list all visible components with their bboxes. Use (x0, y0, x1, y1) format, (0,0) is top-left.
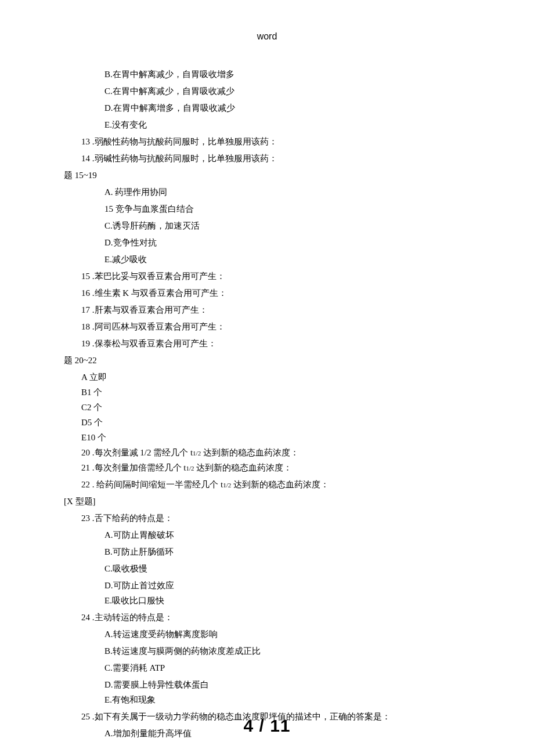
text-line: C.诱导肝药酶，加速灭活 (64, 219, 470, 233)
text-line: 15 竞争与血浆蛋白结合 (64, 202, 470, 216)
text-line: D5 个 (64, 415, 470, 429)
text-line: 18 .阿司匹林与双香豆素合用可产生： (64, 320, 470, 334)
text-line: 17 .肝素与双香豆素合用可产生： (64, 303, 470, 317)
text-line: B.转运速度与膜两侧的药物浓度差成正比 (64, 644, 470, 658)
text-line: B1 个 (64, 385, 470, 399)
page-header: word (64, 29, 470, 44)
page-number: 4 / 11 (0, 716, 534, 736)
text-line: 24 .主动转运的特点是： (64, 610, 470, 624)
text-line: C.需要消耗 ATP (64, 661, 470, 675)
document-body: B.在胃中解离减少，自胃吸收增多C.在胃中解离减少，自胃吸收减少D.在胃中解离增… (64, 67, 470, 740)
text-line: A.转运速度受药物解离度影响 (64, 627, 470, 641)
text-line: [X 型题] (64, 494, 470, 508)
text-line: C.在胃中解离减少，自胃吸收减少 (64, 84, 470, 98)
text-line: A.可防止胃酸破坏 (64, 528, 470, 542)
text-line: E.有饱和现象 (64, 693, 470, 707)
text-line: 13 .弱酸性药物与抗酸药同服时，比单独服用该药： (64, 135, 470, 149)
text-line: 题 20~22 (64, 353, 470, 367)
text-line: B.在胃中解离减少，自胃吸收增多 (64, 67, 470, 81)
text-line: 题 15~19 (64, 168, 470, 182)
text-line: 20 .每次剂量减 1/2 需经几个 t1/2 达到新的稳态血药浓度： (64, 446, 470, 460)
text-line: 15 .苯巴比妥与双香豆素合用可产生： (64, 269, 470, 283)
text-line: 21 .每次剂量加倍需经几个 t1/2 达到新的稳态血药浓度： (64, 461, 470, 475)
text-line: E.减少吸收 (64, 252, 470, 266)
text-line: E10 个 (64, 431, 470, 444)
text-line: A. 药理作用协同 (64, 185, 470, 199)
text-line: 16 .维生素 K 与双香豆素合用可产生： (64, 286, 470, 300)
text-line: 23 .舌下给药的特点是： (64, 511, 470, 525)
text-line: 14 .弱碱性药物与抗酸药同服时，比单独服用该药： (64, 151, 470, 165)
text-line: C2 个 (64, 400, 470, 414)
text-line: B.可防止肝肠循环 (64, 545, 470, 559)
text-line: 22 . 给药间隔时间缩短一半需经几个 t1/2 达到新的稳态血药浓度： (64, 478, 470, 491)
text-line: D.在胃中解离增多，自胃吸收减少 (64, 101, 470, 115)
text-line: 19 .保泰松与双香豆素合用可产生： (64, 337, 470, 350)
text-line: A 立即 (64, 370, 470, 384)
text-line: D.可防止首过效应 (64, 578, 470, 592)
text-line: E.吸收比口服快 (64, 594, 470, 607)
text-line: C.吸收极慢 (64, 562, 470, 576)
text-line: E.没有变化 (64, 118, 470, 132)
text-line: D.竞争性对抗 (64, 236, 470, 249)
text-line: D.需要膜上特异性载体蛋白 (64, 678, 470, 692)
